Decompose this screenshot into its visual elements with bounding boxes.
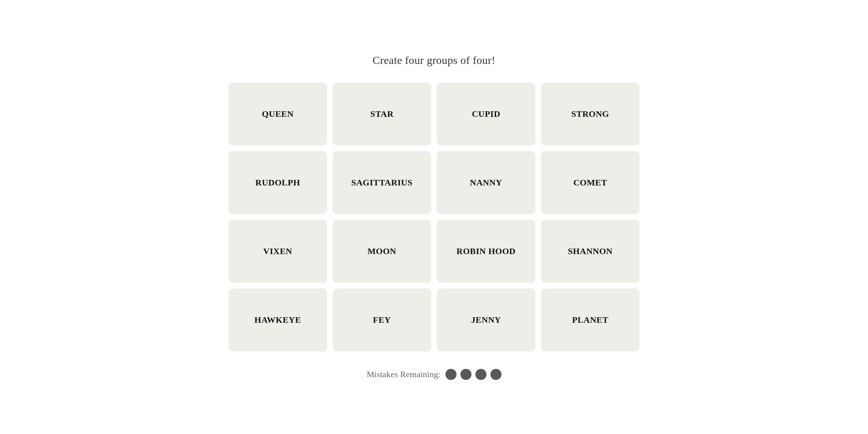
tile-label-cupid: CUPID xyxy=(472,109,500,119)
tile-label-shannon: SHANNON xyxy=(568,246,613,256)
tile-label-comet: COMET xyxy=(573,178,607,188)
mistakes-section: Mistakes Remaining: xyxy=(367,369,501,380)
tile-sagittarius[interactable]: SAGITTARIUS xyxy=(333,151,431,214)
tile-label-robin-hood: ROBIN HOOD xyxy=(456,246,516,256)
subtitle: Create four groups of four! xyxy=(372,54,495,67)
tile-hawkeye[interactable]: HAWKEYE xyxy=(228,288,327,352)
tile-queen[interactable]: QUEEN xyxy=(228,82,327,146)
mistakes-dots xyxy=(445,369,501,380)
tile-label-sagittarius: SAGITTARIUS xyxy=(351,178,412,188)
tile-shannon[interactable]: SHANNON xyxy=(541,220,640,283)
tiles-grid: QUEENSTARCUPIDSTRONGRUDOLPHSAGITTARIUSNA… xyxy=(228,82,640,352)
tile-planet[interactable]: PLANET xyxy=(541,288,640,352)
tile-moon[interactable]: MOON xyxy=(333,220,431,283)
tile-label-hawkeye: HAWKEYE xyxy=(254,315,301,325)
tile-robin-hood[interactable]: ROBIN HOOD xyxy=(437,220,535,283)
tile-label-queen: QUEEN xyxy=(262,109,294,119)
tile-jenny[interactable]: JENNY xyxy=(437,288,535,352)
mistake-dot-3 xyxy=(475,369,486,380)
tile-nanny[interactable]: NANNY xyxy=(437,151,535,214)
tile-vixen[interactable]: VIXEN xyxy=(228,220,327,283)
mistakes-label: Mistakes Remaining: xyxy=(367,369,441,380)
tile-comet[interactable]: COMET xyxy=(541,151,640,214)
tile-label-nanny: NANNY xyxy=(470,178,502,188)
tile-label-rudolph: RUDOLPH xyxy=(255,178,300,188)
tile-fey[interactable]: FEY xyxy=(333,288,431,352)
tile-star[interactable]: STAR xyxy=(333,82,431,146)
tile-rudolph[interactable]: RUDOLPH xyxy=(228,151,327,214)
tile-label-star: STAR xyxy=(370,109,393,119)
tile-strong[interactable]: STRONG xyxy=(541,82,640,146)
mistake-dot-2 xyxy=(460,369,471,380)
tile-label-jenny: JENNY xyxy=(471,315,501,325)
tile-label-planet: PLANET xyxy=(572,315,608,325)
tile-label-moon: MOON xyxy=(368,246,397,256)
tile-label-strong: STRONG xyxy=(571,109,609,119)
tile-label-fey: FEY xyxy=(373,315,391,325)
mistake-dot-4 xyxy=(490,369,501,380)
mistake-dot-1 xyxy=(445,369,456,380)
tile-cupid[interactable]: CUPID xyxy=(437,82,535,146)
tile-label-vixen: VIXEN xyxy=(263,246,292,256)
